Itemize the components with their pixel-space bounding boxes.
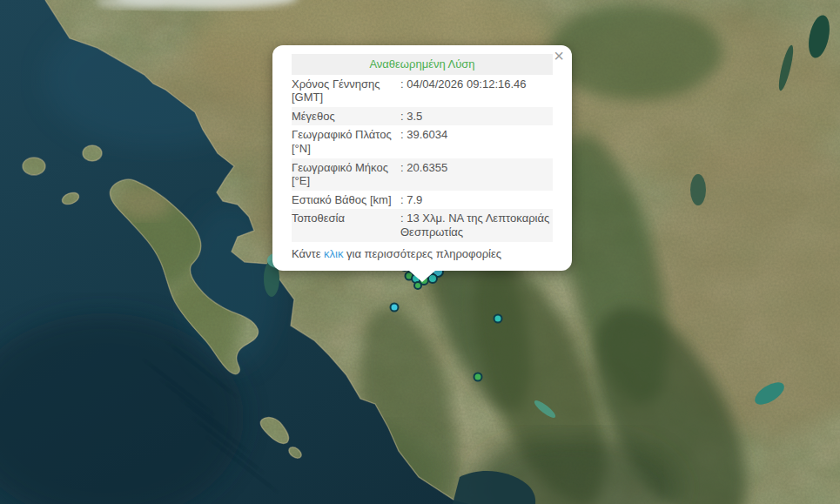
row-label: Εστιακό Βάθος [km]: [292, 191, 400, 210]
close-icon[interactable]: ×: [554, 47, 564, 64]
row-label: Γεωγραφικό Μήκος [°E]: [292, 158, 400, 191]
earthquake-marker[interactable]: [390, 303, 400, 312]
row-value: : 13 Χλμ. ΝΑ της Λεπτοκαριάς Θεσπρωτίας: [400, 209, 553, 241]
popup-row-magnitude: Μέγεθος : 3.5: [292, 107, 553, 126]
row-label: Μέγεθος: [292, 107, 400, 126]
earthquake-marker[interactable]: [413, 281, 422, 290]
earthquake-marker[interactable]: [494, 314, 503, 324]
earthquake-marker[interactable]: [474, 373, 483, 382]
row-label: Γεωγραφικό Πλάτος [°N]: [292, 125, 400, 158]
footer-text-pre: Κάντε: [292, 247, 324, 260]
row-value: : 20.6355: [400, 158, 553, 191]
popup-title: Αναθεωρημένη Λύση: [292, 54, 553, 75]
popup-row-origin-time: Χρόνος Γέννησης [GMT] : 04/04/2026 09:12…: [292, 75, 553, 107]
row-value: : 04/04/2026 09:12:16.46: [400, 75, 553, 107]
popup-row-latitude: Γεωγραφικό Πλάτος [°N] : 39.6034: [292, 125, 553, 158]
earthquake-info-popup: × Αναθεωρημένη Λύση Χρόνος Γέννησης [GMT…: [272, 45, 572, 271]
row-value: : 3.5: [400, 107, 553, 126]
popup-row-longitude: Γεωγραφικό Μήκος [°E] : 20.6355: [292, 158, 553, 191]
row-label: Τοποθεσία: [292, 209, 400, 241]
popup-table: Χρόνος Γέννησης [GMT] : 04/04/2026 09:12…: [292, 75, 553, 242]
more-info-link[interactable]: κλικ: [324, 247, 343, 260]
popup-row-location: Τοποθεσία : 13 Χλμ. ΝΑ της Λεπτοκαριάς Θ…: [292, 209, 553, 241]
row-value: : 7.9: [400, 191, 553, 210]
popup-row-depth: Εστιακό Βάθος [km] : 7.9: [292, 191, 553, 210]
earthquake-map-app: × Αναθεωρημένη Λύση Χρόνος Γέννησης [GMT…: [0, 0, 840, 504]
row-value: : 39.6034: [400, 125, 553, 158]
row-label: Χρόνος Γέννησης [GMT]: [292, 75, 400, 107]
popup-footer: Κάντε κλικ για περισσότερες πληροφορίες: [292, 247, 553, 261]
popup-tail: [409, 271, 435, 282]
footer-text-post: για περισσότερες πληροφορίες: [343, 247, 501, 260]
